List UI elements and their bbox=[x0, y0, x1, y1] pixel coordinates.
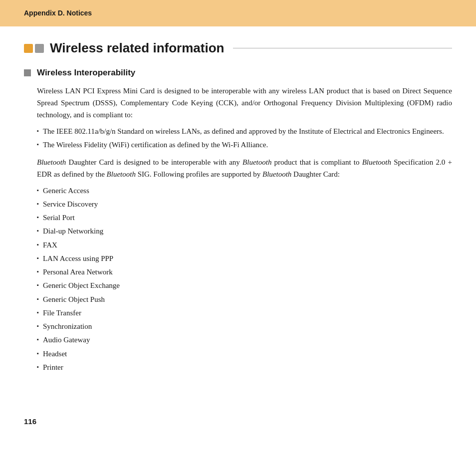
bullet-marker: ▪ bbox=[37, 186, 39, 195]
list-item: ▪ The IEEE 802.11a/b/g/n Standard on wir… bbox=[37, 126, 452, 137]
list-item: ▪ Synchronization bbox=[37, 321, 452, 332]
bluetooth-italic-2: Bluetooth bbox=[242, 158, 271, 166]
list-item: ▪ LAN Access using PPP bbox=[37, 253, 452, 264]
bullets-list-1: ▪ The IEEE 802.11a/b/g/n Standard on wir… bbox=[24, 126, 452, 151]
bullet-text-wifi: The Wireless Fidelity (WiFi) certificati… bbox=[43, 139, 452, 151]
header-title: Appendix D. Notices bbox=[24, 9, 92, 17]
list-item: ▪ Audio Gateway bbox=[37, 334, 452, 346]
section-title: Wireless related information bbox=[50, 40, 224, 56]
profile-personal-area-network: Personal Area Network bbox=[43, 266, 452, 278]
bluetooth-paragraph: Bluetooth Daughter Card is designed to b… bbox=[24, 156, 452, 180]
profile-file-transfer: File Transfer bbox=[43, 307, 452, 319]
profile-audio-gateway: Audio Gateway bbox=[43, 334, 452, 346]
gray-square-icon bbox=[35, 44, 44, 53]
profile-printer: Printer bbox=[43, 362, 452, 373]
profile-lan-access: LAN Access using PPP bbox=[43, 253, 452, 264]
profile-serial-port: Serial Port bbox=[43, 212, 452, 224]
list-item: ▪ The Wireless Fidelity (WiFi) certifica… bbox=[37, 139, 452, 151]
orange-square-icon bbox=[24, 44, 33, 53]
profile-generic-object-exchange: Generic Object Exchange bbox=[43, 280, 452, 291]
profile-service-discovery: Service Discovery bbox=[43, 199, 452, 210]
list-item: ▪ Dial-up Networking bbox=[37, 226, 452, 237]
bullet-marker: ▪ bbox=[37, 254, 39, 262]
bullet-marker: ▪ bbox=[37, 227, 39, 235]
profiles-list: ▪ Generic Access ▪ Service Discovery ▪ S… bbox=[24, 185, 452, 374]
header-bar: Appendix D. Notices bbox=[0, 0, 476, 26]
subsection-wireless-interoperability: Wireless Interoperability Wireless LAN P… bbox=[24, 68, 452, 373]
profile-generic-access: Generic Access bbox=[43, 185, 452, 197]
bullet-marker: ▪ bbox=[37, 349, 39, 358]
list-item: ▪ FAX bbox=[37, 239, 452, 251]
profile-synchronization: Synchronization bbox=[43, 321, 452, 332]
bullet-marker: ▪ bbox=[37, 335, 39, 344]
bullet-marker: ▪ bbox=[37, 281, 39, 289]
list-item: ▪ Headset bbox=[37, 348, 452, 360]
list-item: ▪ Serial Port bbox=[37, 212, 452, 224]
subsection-heading-row: Wireless Interoperability bbox=[24, 68, 452, 78]
subsection-title: Wireless Interoperability bbox=[37, 68, 135, 78]
bullet-marker: ▪ bbox=[37, 127, 39, 135]
page-number: 116 bbox=[0, 417, 476, 426]
bluetooth-italic-1: Bluetooth bbox=[37, 158, 66, 166]
bullet-marker: ▪ bbox=[37, 200, 39, 208]
bullet-marker: ▪ bbox=[37, 295, 39, 303]
bullet-marker: ▪ bbox=[37, 140, 39, 149]
bullet-marker: ▪ bbox=[37, 322, 39, 330]
bullet-marker: ▪ bbox=[37, 363, 39, 371]
heading-icons bbox=[24, 44, 44, 53]
bluetooth-italic-3: Bluetooth bbox=[362, 158, 391, 166]
list-item: ▪ Service Discovery bbox=[37, 199, 452, 210]
list-item: ▪ Generic Access bbox=[37, 185, 452, 197]
bluetooth-italic-4: Bluetooth bbox=[107, 170, 136, 178]
list-item: ▪ File Transfer bbox=[37, 307, 452, 319]
list-item: ▪ Generic Object Exchange bbox=[37, 280, 452, 291]
profile-dialup-networking: Dial-up Networking bbox=[43, 226, 452, 237]
bullet-marker: ▪ bbox=[37, 267, 39, 276]
section-heading-row: Wireless related information bbox=[24, 40, 452, 56]
subsection-square-icon bbox=[24, 69, 31, 76]
bullet-marker: ▪ bbox=[37, 240, 39, 249]
list-item: ▪ Personal Area Network bbox=[37, 266, 452, 278]
paragraph-1: Wireless LAN PCI Express Mini Card is de… bbox=[24, 85, 452, 121]
bullet-marker: ▪ bbox=[37, 213, 39, 222]
main-content: Wireless related information Wireless In… bbox=[0, 26, 476, 402]
bullet-text-ieee: The IEEE 802.11a/b/g/n Standard on wirel… bbox=[43, 126, 452, 137]
bluetooth-italic-5: Bluetooth bbox=[262, 170, 291, 178]
bullet-marker: ▪ bbox=[37, 308, 39, 317]
profile-fax: FAX bbox=[43, 239, 452, 251]
list-item: ▪ Printer bbox=[37, 362, 452, 373]
profile-headset: Headset bbox=[43, 348, 452, 360]
section-divider bbox=[233, 48, 452, 49]
bluetooth-para-text: Bluetooth Daughter Card is designed to b… bbox=[37, 156, 452, 180]
profile-generic-object-push: Generic Object Push bbox=[43, 294, 452, 305]
list-item: ▪ Generic Object Push bbox=[37, 294, 452, 305]
